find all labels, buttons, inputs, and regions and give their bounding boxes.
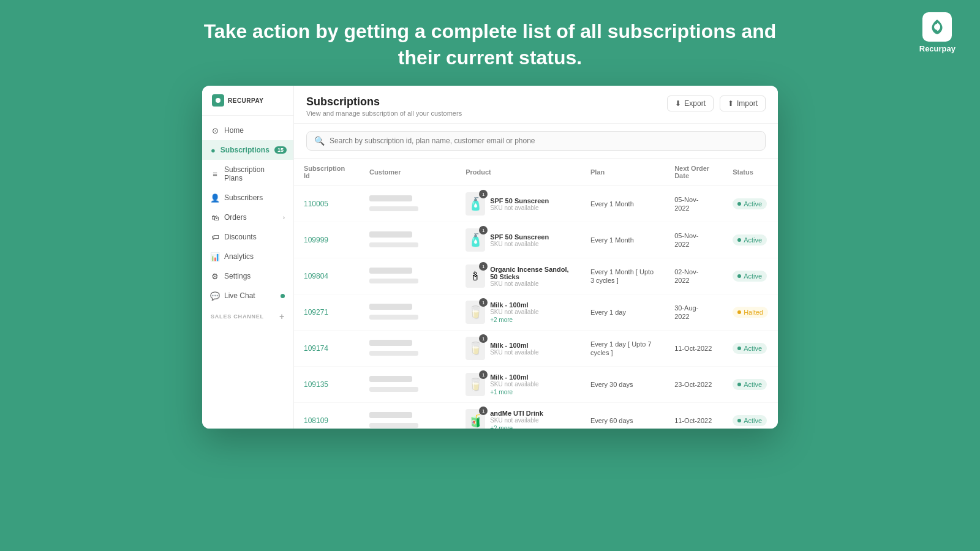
customer-name-0 — [369, 195, 446, 213]
product-cell-2: 🕯 1 Organic Incense Sandol, 50 Sticks SK… — [466, 264, 571, 288]
product-sku-3: SKU not available — [490, 309, 539, 315]
table-row: 109804 🕯 1 Organic Incense Sandol, 50 St… — [294, 258, 778, 294]
sidebar-brand-text: RECURPAY — [228, 97, 263, 104]
product-more[interactable]: +2 more — [490, 317, 539, 323]
product-image-6: 🧃 1 — [466, 409, 485, 429]
product-name-1: SPF 50 Sunscreen — [490, 233, 549, 241]
subscriptions-table: Subscription Id Customer Product Plan Ne… — [294, 159, 778, 429]
table-row: 109135 🥛 1 Milk - 100ml SKU not availabl… — [294, 367, 778, 403]
sidebar-item-subscriptions[interactable]: ● Subscriptions 15 — [202, 140, 293, 160]
product-name-0: SPF 50 Sunscreen — [490, 197, 549, 204]
recurpay-logo-icon — [922, 12, 952, 42]
table-row: 108109 🧃 1 andMe UTI Drink SKU not avail… — [294, 403, 778, 429]
plan-5: Every 30 days — [590, 381, 633, 388]
col-status: Status — [723, 159, 778, 186]
main-content: Subscriptions View and manage subscripti… — [294, 86, 778, 429]
sidebar-item-subscribers[interactable]: 👤 Subscribers — [202, 188, 293, 208]
status-dot-4 — [737, 347, 741, 350]
product-more[interactable]: +2 more — [490, 425, 543, 429]
plan-2: Every 1 Month [ Upto 3 cycles ] — [590, 268, 654, 284]
product-name-5: Milk - 100ml — [490, 373, 539, 381]
subscription-id-109174[interactable]: 109174 — [304, 344, 328, 353]
sidebar-item-subscription-plans[interactable]: ≡ Subscription Plans — [202, 160, 293, 188]
status-dot-1 — [737, 238, 741, 242]
col-next-order-date: Next Order Date — [665, 159, 723, 186]
status-dot-3 — [737, 310, 741, 314]
sidebar-brand-icon — [212, 94, 224, 107]
sidebar: RECURPAY ⊙ Home ● Subscriptions 15 ≡ Sub… — [202, 86, 294, 429]
product-name-6: andMe UTI Drink — [490, 410, 543, 417]
product-sku-1: SKU not available — [490, 241, 549, 247]
table-row: 110005 🧴 1 SPF 50 Sunscreen SKU not avai… — [294, 186, 778, 222]
product-count-badge: 1 — [479, 190, 488, 198]
home-icon: ⊙ — [211, 126, 219, 135]
status-badge-3: Halted — [733, 307, 768, 318]
table-row: 109999 🧴 1 SPF 50 Sunscreen SKU not avai… — [294, 222, 778, 258]
product-info-1: SPF 50 Sunscreen SKU not available — [490, 233, 549, 247]
product-more[interactable]: +1 more — [490, 389, 539, 395]
subscription-id-109999[interactable]: 109999 — [304, 236, 328, 244]
settings-icon: ⚙ — [211, 272, 219, 280]
main-header: Subscriptions View and manage subscripti… — [294, 86, 778, 124]
next-order-date-1: 05-Nov-2022 — [674, 232, 698, 248]
subscriptions-table-wrap: Subscription Id Customer Product Plan Ne… — [294, 159, 778, 429]
export-icon: ⬇ — [675, 99, 681, 108]
subscription-id-109271[interactable]: 109271 — [304, 308, 328, 317]
status-dot-5 — [737, 383, 741, 386]
subscription-id-108109[interactable]: 108109 — [304, 416, 328, 425]
analytics-icon: 📊 — [211, 252, 219, 261]
col-product: Product — [456, 159, 581, 186]
live-chat-dot — [281, 294, 285, 298]
subscription-id-110005[interactable]: 110005 — [304, 200, 328, 208]
sales-channel-add-btn[interactable]: + — [279, 312, 285, 321]
sidebar-item-home[interactable]: ⊙ Home — [202, 121, 293, 140]
table-row: 109174 🥛 1 Milk - 100ml SKU not availabl… — [294, 331, 778, 367]
subscriptions-badge: 15 — [274, 146, 287, 154]
page-headline: Take action by getting a complete list o… — [0, 0, 980, 86]
status-badge-5: Active — [733, 379, 767, 390]
product-image-5: 🥛 1 — [466, 373, 485, 396]
product-name-3: Milk - 100ml — [490, 301, 539, 309]
plan-0: Every 1 Month — [590, 200, 634, 208]
product-sku-0: SKU not available — [490, 204, 549, 211]
header-actions: ⬇ Export ⬆ Import — [667, 96, 766, 111]
product-info-0: SPF 50 Sunscreen SKU not available — [490, 197, 549, 211]
status-badge-2: Active — [733, 271, 767, 282]
subscriptions-icon: ● — [211, 146, 216, 154]
sidebar-item-live-chat[interactable]: 💬 Live Chat — [202, 286, 293, 305]
sidebar-item-discounts[interactable]: 🏷 Discounts — [202, 227, 293, 247]
sidebar-item-analytics[interactable]: 📊 Analytics — [202, 247, 293, 266]
search-bar: 🔍 — [306, 131, 766, 151]
status-badge-6: Active — [733, 415, 767, 426]
app-window: RECURPAY ⊙ Home ● Subscriptions 15 ≡ Sub… — [202, 86, 778, 429]
sidebar-item-settings[interactable]: ⚙ Settings — [202, 266, 293, 286]
export-button[interactable]: ⬇ Export — [667, 96, 714, 111]
subscribers-icon: 👤 — [211, 193, 219, 202]
table-row: 109271 🥛 1 Milk - 100ml SKU not availabl… — [294, 294, 778, 331]
col-customer: Customer — [360, 159, 456, 186]
product-info-5: Milk - 100ml SKU not available +1 more — [490, 373, 539, 395]
product-count-badge: 1 — [479, 262, 488, 271]
product-image-2: 🕯 1 — [466, 264, 485, 288]
recurpay-logo: Recurpay — [919, 12, 956, 53]
import-icon: ⬆ — [728, 99, 734, 108]
customer-name-1 — [369, 231, 446, 249]
plan-6: Every 60 days — [590, 417, 633, 424]
import-button[interactable]: ⬆ Import — [720, 96, 766, 111]
product-sku-6: SKU not available — [490, 417, 543, 424]
subscription-id-109804[interactable]: 109804 — [304, 272, 328, 280]
product-image-4: 🥛 1 — [466, 337, 485, 360]
status-dot-2 — [737, 274, 741, 278]
page-subtitle: View and manage subscription of all your… — [306, 110, 462, 117]
search-input[interactable] — [330, 137, 758, 145]
product-info-6: andMe UTI Drink SKU not available +2 mor… — [490, 410, 543, 429]
col-subscription-id: Subscription Id — [294, 159, 360, 186]
table-header-row: Subscription Id Customer Product Plan Ne… — [294, 159, 778, 186]
product-sku-4: SKU not available — [490, 349, 539, 356]
subscription-id-109135[interactable]: 109135 — [304, 380, 328, 389]
product-cell-4: 🥛 1 Milk - 100ml SKU not available — [466, 337, 571, 360]
product-image-0: 🧴 1 — [466, 192, 485, 216]
sidebar-item-orders[interactable]: 🛍 Orders › — [202, 208, 293, 227]
customer-name-4 — [369, 340, 446, 358]
product-info-4: Milk - 100ml SKU not available — [490, 342, 539, 356]
